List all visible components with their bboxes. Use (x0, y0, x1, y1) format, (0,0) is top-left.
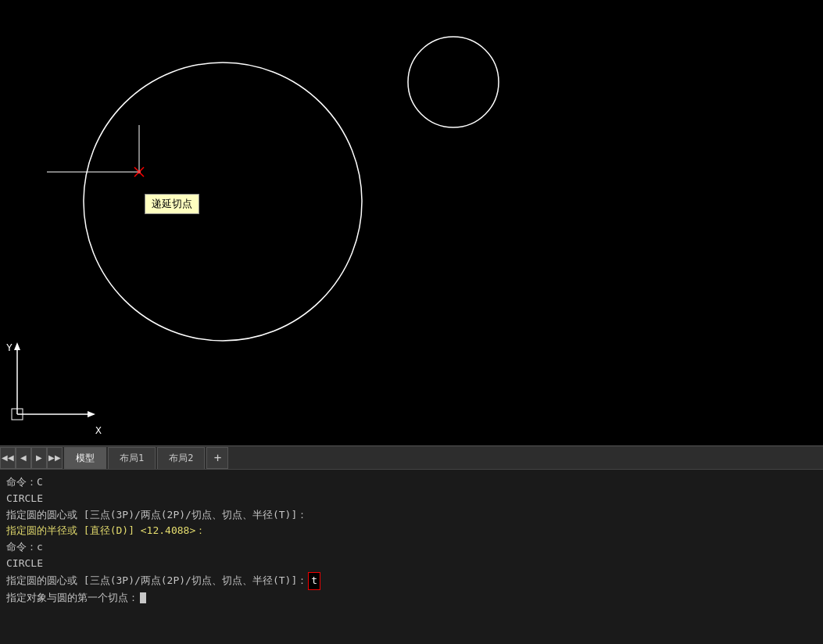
svg-point-0 (84, 63, 362, 341)
tab-model[interactable]: 模型 (64, 447, 106, 469)
drawing-svg (0, 0, 823, 445)
axis-y-label: Y (6, 342, 13, 353)
svg-marker-8 (14, 342, 20, 350)
tab-nav-first[interactable]: ◀◀ (0, 447, 16, 469)
cmd-line-1: 命令：C (6, 474, 817, 491)
axis-x-label: X (95, 424, 102, 436)
svg-point-1 (408, 37, 499, 127)
tab-nav-next[interactable]: ▶ (31, 447, 47, 469)
tab-nav-prev[interactable]: ◀ (16, 447, 31, 469)
cmd-line-6: CIRCLE (6, 556, 817, 572)
tab-layout2[interactable]: 布局2 (157, 447, 205, 469)
tooltip-deferred-tangent: 递延切点 (145, 194, 199, 214)
cmd-highlight-t: t (308, 572, 320, 590)
tab-layout1[interactable]: 布局1 (108, 447, 156, 469)
command-window[interactable]: 命令：C CIRCLE 指定圆的圆心或 [三点(3P)/两点(2P)/切点、切点… (0, 469, 823, 644)
cmd-line-4: 指定圆的半径或 [直径(D)] <12.4088>： (6, 523, 817, 539)
tab-nav-last[interactable]: ▶▶ (47, 447, 63, 469)
svg-point-6 (138, 170, 141, 174)
canvas-area[interactable]: 递延切点 Y X (0, 0, 823, 445)
tab-add-button[interactable]: + (206, 447, 228, 469)
cmd-cursor (140, 592, 146, 603)
cmd-line-5: 命令：c (6, 539, 817, 556)
cmd-line-8: 指定对象与圆的第一个切点： (6, 590, 817, 606)
cmd-line-3: 指定圆的圆心或 [三点(3P)/两点(2P)/切点、切点、半径(T)]： (6, 507, 817, 524)
cmd-line-7: 指定圆的圆心或 [三点(3P)/两点(2P)/切点、切点、半径(T)]：t (6, 572, 817, 590)
svg-marker-10 (88, 411, 95, 417)
tab-bar: ◀◀ ◀ ▶ ▶▶ 模型 布局1 布局2 + (0, 445, 823, 469)
cmd-line-2: CIRCLE (6, 491, 817, 507)
